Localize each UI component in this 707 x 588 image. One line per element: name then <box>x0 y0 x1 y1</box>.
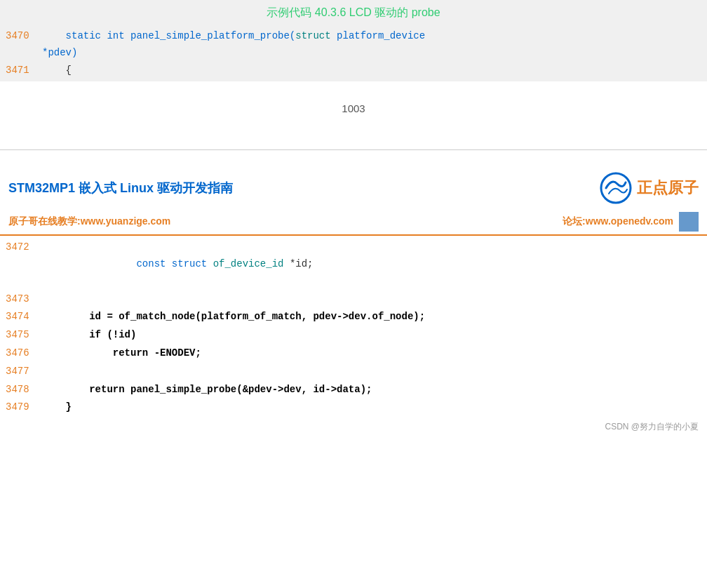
code-line-3472: 3472 const struct of_device_id *id; <box>0 239 707 290</box>
brand-title: STM32MP1 嵌入式 Linux 驱动开发指南 <box>8 180 233 196</box>
top-code-block: 3470 static int panel_simple_platform_pr… <box>0 25 707 81</box>
page-number: 1003 <box>342 102 365 114</box>
code-line-3479: 3479 } <box>0 399 707 417</box>
top-section: 示例代码 40.3.6 LCD 驱动的 probe 3470 static in… <box>0 0 707 81</box>
code-content: } <box>42 399 72 416</box>
brand-logo: 正点原子 <box>599 171 699 205</box>
bottom-code-block: 3472 const struct of_device_id *id; 3473… <box>0 236 707 420</box>
line-number: 3474 <box>0 309 42 326</box>
line-number: 3478 <box>0 382 42 399</box>
page-number-section: 1003 <box>0 81 707 149</box>
code-content: const struct of_device_id *id; <box>42 239 313 289</box>
code-line-3473: 3473 <box>0 290 707 309</box>
code-line-3478: 3478 return panel_simple_probe(&pdev->de… <box>0 381 707 399</box>
code-content: return panel_simple_probe(&pdev->dev, id… <box>42 382 372 399</box>
code-content: if (!id) <box>42 327 136 344</box>
code-line-3477: 3477 <box>0 363 707 381</box>
line-number: 3476 <box>0 345 42 362</box>
line-number: 3472 <box>0 239 42 289</box>
code-line-cont: *pdev) <box>0 44 707 61</box>
code-content <box>42 363 48 380</box>
code-line-3474: 3474 id = of_match_node(platform_of_matc… <box>0 308 707 326</box>
logo-icon <box>599 171 633 205</box>
code-line-3475: 3475 if (!id) <box>0 326 707 345</box>
section-title: 示例代码 40.3.6 LCD 驱动的 probe <box>0 0 707 25</box>
line-number: 3475 <box>0 327 42 344</box>
code-line-3470: 3470 static int panel_simple_platform_pr… <box>0 27 707 44</box>
brand-header: STM32MP1 嵌入式 Linux 驱动开发指南 正点原子 <box>0 164 707 209</box>
code-line-3471: 3471 { <box>0 62 707 79</box>
sub-header: 原子哥在线教学:www.yuanzige.com 论坛:www.openedv.… <box>0 209 707 236</box>
line-number: 3473 <box>0 291 42 308</box>
blue-decoration <box>679 212 699 232</box>
line-number: 3471 <box>0 62 42 78</box>
line-number <box>0 45 42 60</box>
code-content: return -ENODEV; <box>42 345 201 362</box>
line-number: 3477 <box>0 363 42 380</box>
line-number: 3479 <box>0 399 42 416</box>
code-line-3476: 3476 return -ENODEV; <box>0 345 707 363</box>
code-content: id = of_match_node(platform_of_match, pd… <box>42 309 425 326</box>
csdn-watermark: CSDN @努力自学的小夏 <box>0 420 707 434</box>
logo-text: 正点原子 <box>637 178 699 199</box>
forum-label: 论坛:www.openedv.com <box>563 212 699 232</box>
website-label: 原子哥在线教学:www.yuanzige.com <box>8 215 170 228</box>
bottom-section: STM32MP1 嵌入式 Linux 驱动开发指南 正点原子 原子哥在线教学:w… <box>0 150 707 434</box>
code-content <box>42 291 48 308</box>
code-content: { <box>42 62 72 78</box>
code-content: static int panel_simple_platform_probe(s… <box>42 28 425 44</box>
code-content: *pdev) <box>42 45 77 60</box>
forum-text: 论坛:www.openedv.com <box>563 215 673 228</box>
line-number: 3470 <box>0 28 42 44</box>
